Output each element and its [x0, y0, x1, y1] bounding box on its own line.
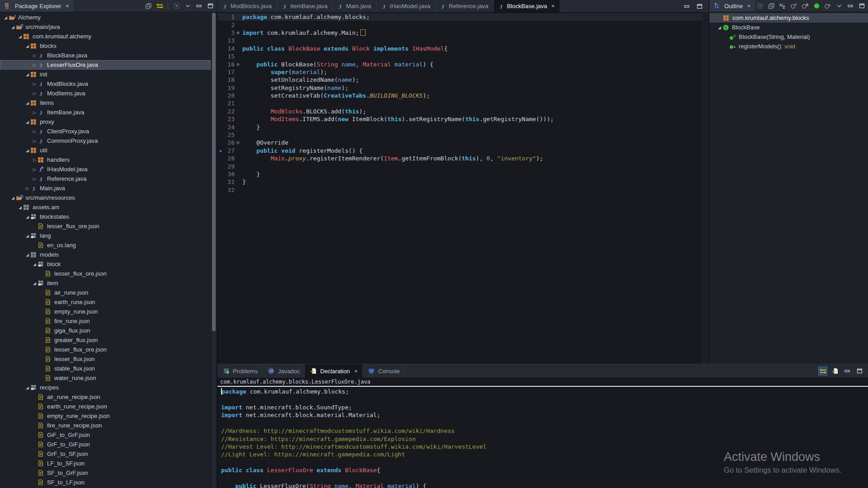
maximize-icon[interactable]: [855, 367, 863, 375]
expand-arrow-icon[interactable]: ▷: [32, 167, 38, 172]
tree-item-proxy[interactable]: ◢proxy: [0, 117, 211, 127]
collapse-all-icon[interactable]: [767, 2, 775, 10]
tree-item-greater_flux.json[interactable]: greater_flux.json: [0, 335, 211, 345]
link-with-editor-icon[interactable]: [819, 367, 827, 375]
minimize-icon[interactable]: [846, 2, 854, 10]
bottom-tab-Problems[interactable]: Problems: [217, 364, 263, 378]
collapse-arrow-icon[interactable]: ◢: [10, 25, 16, 29]
collapse-arrow-icon[interactable]: ◢: [24, 215, 30, 219]
tree-item-blocks[interactable]: ◢blocks: [0, 41, 211, 51]
maximize-icon[interactable]: [206, 2, 214, 10]
expand-arrow-icon[interactable]: ▷: [32, 158, 38, 162]
tree-item-recipes[interactable]: ◢recipes: [0, 383, 211, 392]
tree-item-src/main/java[interactable]: ◢src/main/java: [0, 22, 211, 32]
tree-item-empty_rune_recipe.json[interactable]: empty_rune_recipe.json: [0, 411, 211, 421]
tree-item-LesserFluxOre.java[interactable]: ▷JLesserFluxOre.java: [0, 60, 211, 70]
tree-item-giga_flux.json[interactable]: giga_flux.json: [0, 326, 211, 335]
open-declaration-icon[interactable]: [831, 367, 839, 375]
editor-tab-Reference.java[interactable]: JReference.java: [436, 0, 494, 12]
tree-item-block[interactable]: ◢block: [0, 259, 211, 269]
tree-item-lesser_flux_ore.json[interactable]: lesser_flux_ore.json: [0, 269, 211, 278]
expand-arrow-icon[interactable]: ▷: [32, 53, 38, 58]
tree-item-earth_rune_recipe.json[interactable]: earth_rune_recipe.json: [0, 402, 211, 411]
tree-item-init[interactable]: ◢init: [0, 70, 211, 79]
collapse-arrow-icon[interactable]: ◢: [17, 205, 23, 210]
outline-item-BlockBase(String, Material)[interactable]: CBlockBase(String, Material): [709, 32, 868, 42]
expand-arrow-icon[interactable]: ▷: [32, 177, 38, 181]
fold-toggle-icon[interactable]: ⊖: [235, 140, 241, 145]
tree-item-air_rune_recipe.json[interactable]: air_rune_recipe.json: [0, 392, 211, 402]
collapse-arrow-icon[interactable]: ◢: [24, 120, 30, 124]
tree-item-com.krumlauf.alchemy[interactable]: ◢com.krumlauf.alchemy: [0, 32, 211, 41]
hide-static-icon[interactable]: S: [801, 2, 809, 10]
tree-item-SF_to_LF.json[interactable]: SF_to_LF.json: [0, 478, 211, 487]
tree-item-item[interactable]: ◢item: [0, 278, 211, 288]
collapse-all-icon[interactable]: [144, 2, 152, 10]
tree-item-LF_to_SF.json[interactable]: LF_to_SF.json: [0, 459, 211, 468]
focus-icon[interactable]: [172, 2, 180, 10]
hide-local-types-icon[interactable]: L: [824, 2, 832, 10]
package-explorer-view-tab[interactable]: Package Explorer ✕: [0, 0, 73, 12]
fold-toggle-icon[interactable]: ⊖: [235, 61, 241, 67]
tree-item-stable_flux.json[interactable]: stable_flux.json: [0, 364, 211, 373]
close-icon[interactable]: ✕: [354, 369, 358, 374]
tree-item-fire_rune_recipe.json[interactable]: fire_rune_recipe.json: [0, 421, 211, 430]
collapse-arrow-icon[interactable]: ◢: [24, 44, 30, 48]
tree-item-earth_rune.json[interactable]: earth_rune.json: [0, 297, 211, 307]
tree-item-IHasModel.java[interactable]: ▷JIHasModel.java: [0, 164, 211, 174]
tree-item-air_rune.json[interactable]: air_rune.json: [0, 288, 211, 297]
fold-toggle-icon[interactable]: ⊕: [235, 30, 241, 36]
collapse-arrow-icon[interactable]: ◢: [24, 101, 30, 105]
collapse-arrow-icon[interactable]: ◢: [32, 262, 38, 267]
expand-arrow-icon[interactable]: ▷: [32, 129, 38, 134]
hide-non-public-icon[interactable]: [812, 2, 821, 10]
close-icon[interactable]: ✕: [747, 4, 750, 9]
tree-item-GrF_to_SF.json[interactable]: GrF_to_SF.json: [0, 449, 211, 459]
expand-arrow-icon[interactable]: ▷: [24, 186, 30, 191]
tree-item-lesser_flux_ore.json[interactable]: lesser_flux_ore.json: [0, 345, 211, 354]
view-menu-icon[interactable]: [184, 2, 192, 10]
editor-tab-Main.java[interactable]: JMain.java: [333, 0, 377, 12]
tree-item-ModItems.java[interactable]: ▷JModItems.java: [0, 89, 211, 98]
bottom-tab-Javadoc[interactable]: @Javadoc: [263, 364, 305, 378]
tree-item-items[interactable]: ◢items: [0, 98, 211, 108]
tree-item-ClientProxy.java[interactable]: ▷JClientProxy.java: [0, 127, 211, 136]
expand-arrow-icon[interactable]: ▷: [32, 110, 38, 115]
collapse-arrow-icon[interactable]: ◢: [717, 25, 722, 30]
focus-icon[interactable]: [756, 2, 764, 10]
tree-item-CommonProxy.java[interactable]: ▷JCommonProxy.java: [0, 136, 211, 145]
tree-item-GrF_to_GiF.json[interactable]: GrF_to_GiF.json: [0, 440, 211, 449]
editor-tab-ModBlocks.java[interactable]: JModBlocks.java: [217, 0, 277, 12]
collapse-arrow-icon[interactable]: ◢: [24, 385, 30, 390]
tree-item-GiF_to_GrF.json[interactable]: GiF_to_GrF.json: [0, 430, 211, 440]
expand-arrow-icon[interactable]: ▷: [32, 91, 38, 96]
close-icon[interactable]: ✕: [551, 4, 555, 9]
tree-item-fire_rune.json[interactable]: fire_rune.json: [0, 316, 211, 326]
outline-item-registerModels()[interactable]: registerModels() : void: [709, 42, 868, 51]
minimize-icon[interactable]: [683, 2, 691, 10]
outline-item-BlockBase[interactable]: ◢CBlockBase: [709, 23, 868, 32]
collapse-arrow-icon[interactable]: ◢: [10, 196, 16, 200]
scrollbar-thumb[interactable]: [212, 13, 216, 331]
collapse-arrow-icon[interactable]: ◢: [24, 72, 30, 77]
folded-code-box[interactable]: [360, 29, 366, 36]
view-menu-icon[interactable]: [835, 2, 843, 10]
tree-item-src/main/resources[interactable]: ◢src/main/resources: [0, 193, 211, 202]
outline-view-tab[interactable]: Outline ✕: [709, 0, 755, 12]
tree-item-Alchemy[interactable]: ◢JAlchemy: [0, 13, 211, 22]
tree-item-lesser_flux.json[interactable]: lesser_flux.json: [0, 354, 211, 364]
tree-item-lang[interactable]: ◢lang: [0, 231, 211, 240]
tree-item-Main.java[interactable]: ▷JMain.java: [0, 183, 211, 193]
tree-item-util[interactable]: ◢util: [0, 145, 211, 155]
tree-item-water_rune.json[interactable]: water_rune.json: [0, 373, 211, 383]
expand-arrow-icon[interactable]: ▷: [32, 139, 38, 143]
tree-item-ModBlocks.java[interactable]: ▷JModBlocks.java: [0, 79, 211, 89]
tree-item-assets.am[interactable]: ◢assets.am: [0, 202, 211, 212]
tree-item-Reference.java[interactable]: ▷JReference.java: [0, 174, 211, 183]
tree-item-empty_rune.json[interactable]: empty_rune.json: [0, 307, 211, 316]
bottom-tab-Console[interactable]: Console: [363, 364, 405, 378]
tree-item-SF_to_GrF.json[interactable]: SF_to_GrF.json: [0, 468, 211, 478]
overview-ruler[interactable]: [702, 12, 709, 364]
editor-tab-ItemBase.java[interactable]: JItemBase.java: [277, 0, 333, 12]
close-icon[interactable]: ✕: [66, 4, 69, 9]
